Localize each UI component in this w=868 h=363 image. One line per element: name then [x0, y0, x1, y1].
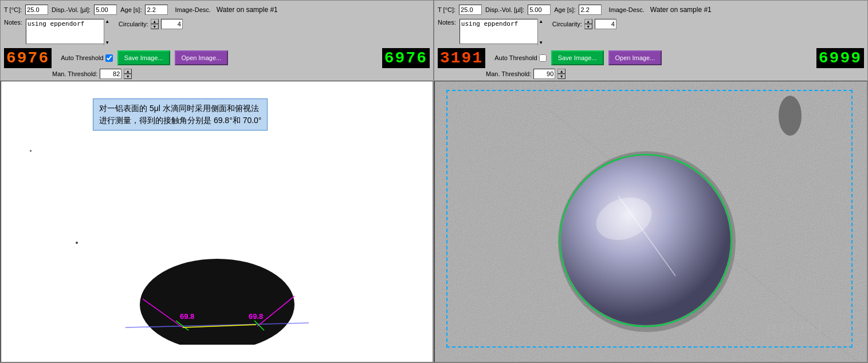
left-digital-display-left: 6976 [4, 48, 52, 68]
noise-dot-2 [76, 242, 78, 244]
left-man-threshold-input[interactable] [100, 69, 121, 79]
right-notes-textarea[interactable] [459, 19, 544, 44]
left-controls-notes: Notes: ▲ ▼ Circularity: ▲ ▼ [1, 18, 433, 48]
right-controls-notes: Notes: ▲ ▼ Circularity: ▲ ▼ [434, 18, 867, 48]
right-temp-input[interactable] [459, 5, 482, 15]
annotation-box: 对一铝表面的 5μl 水滴同时采用侧面和俯视法 进行测量，得到的接触角分别是 6… [93, 98, 268, 131]
right-auto-threshold-group: Auto Threshold [494, 54, 546, 62]
left-image-desc-label: Image-Desc. [175, 6, 210, 13]
right-notes-label: Notes: [438, 19, 456, 26]
left-temp-input[interactable] [25, 5, 48, 15]
right-auto-threshold-checkbox[interactable] [539, 54, 547, 62]
main-container: T [°C]: Disp.-Vol. [µl]: Age [s]: Image-… [0, 0, 868, 363]
right-image-desc-label: Image-Desc. [608, 6, 644, 13]
left-auto-threshold-label: Auto Threshold [61, 54, 103, 61]
right-circularity-spinner: ▲ ▼ [584, 19, 592, 29]
left-temp-label: T [°C]: [4, 6, 22, 13]
right-circularity-down-btn[interactable]: ▼ [584, 24, 592, 29]
left-threshold-spinner: ▲ ▼ [124, 69, 132, 79]
drop-silhouette: 69.8 69.8 [125, 230, 309, 345]
scroll-down-icon[interactable]: ▼ [105, 40, 109, 45]
left-drop-container: 对一铝表面的 5μl 水滴同时采用侧面和俯视法 进行测量，得到的接触角分别是 6… [1, 81, 433, 362]
right-notes-container: ▲ ▼ [459, 19, 544, 45]
right-scroll-down-icon[interactable]: ▼ [539, 40, 543, 45]
right-image-area: RBOSi Redefining New Boundaries [434, 81, 867, 362]
left-circularity-input[interactable] [161, 19, 183, 29]
annotation-line2: 进行测量，得到的接触角分别是 69.8°和 70.0° [99, 115, 261, 127]
right-digital-display-right: 6999 [816, 48, 864, 68]
svg-point-0 [140, 259, 294, 345]
left-scrollbar[interactable]: ▲ ▼ [104, 19, 111, 45]
threshold-down-btn-left[interactable]: ▼ [124, 74, 132, 79]
left-digital-display-right: 6976 [382, 48, 430, 68]
left-auto-threshold-checkbox[interactable] [105, 54, 113, 62]
left-circularity-spinner: ▲ ▼ [151, 19, 159, 29]
svg-text:69.8: 69.8 [249, 312, 263, 321]
right-disp-vol-label: Disp.-Vol. [µl]: [485, 6, 524, 13]
right-scrollbar[interactable]: ▲ ▼ [537, 19, 544, 45]
right-image-bg: RBOSi Redefining New Boundaries [435, 81, 867, 362]
right-age-label: Age [s]: [554, 6, 575, 13]
left-age-label: Age [s]: [120, 6, 142, 13]
right-save-button[interactable]: Save Image... [551, 50, 604, 65]
left-controls-threshold: 6976 Auto Threshold Save Image... Open I… [1, 48, 433, 68]
circularity-up-btn[interactable]: ▲ [151, 19, 159, 24]
right-circularity-input[interactable] [595, 19, 616, 29]
right-panel: T [°C]: Disp.-Vol. [µl]: Age [s]: Image-… [434, 0, 868, 363]
right-open-button[interactable]: Open Image... [608, 50, 662, 65]
right-circularity-group: Circularity: ▲ ▼ [552, 19, 616, 29]
threshold-up-btn-right[interactable]: ▲ [557, 69, 565, 74]
left-disp-vol-input[interactable] [94, 5, 117, 15]
right-temp-label: T [°C]: [438, 6, 455, 13]
left-notes-container: ▲ ▼ [26, 19, 111, 45]
right-threshold-spinner: ▲ ▼ [557, 69, 565, 79]
right-age-input[interactable] [579, 5, 602, 15]
right-controls-threshold: 3191 Auto Threshold Save Image... Open I… [434, 48, 867, 68]
right-circularity-up-btn[interactable]: ▲ [584, 19, 592, 24]
right-auto-threshold-label: Auto Threshold [494, 54, 537, 61]
right-digital-display-left: 3191 [438, 48, 485, 68]
right-sample-title: Water on sample #1 [650, 6, 712, 14]
left-age-input[interactable] [145, 5, 168, 15]
right-man-threshold-label: Man. Threshold: [486, 70, 531, 77]
threshold-down-btn-right[interactable]: ▼ [557, 74, 565, 79]
right-man-threshold-input[interactable] [533, 69, 555, 79]
scroll-up-icon[interactable]: ▲ [105, 19, 109, 24]
left-circularity-label: Circularity: [119, 21, 148, 27]
left-controls-top: T [°C]: Disp.-Vol. [µl]: Age [s]: Image-… [1, 1, 433, 18]
left-open-button[interactable]: Open Image... [175, 50, 229, 65]
right-selection-rect [446, 90, 853, 348]
left-notes-textarea[interactable] [26, 19, 111, 44]
noise-dot-1 [30, 150, 32, 152]
left-man-threshold-row: Man. Threshold: ▲ ▼ [1, 68, 433, 81]
left-panel: T [°C]: Disp.-Vol. [µl]: Age [s]: Image-… [0, 0, 434, 363]
left-image-area: 对一铝表面的 5μl 水滴同时采用侧面和俯视法 进行测量，得到的接触角分别是 6… [1, 81, 433, 362]
right-circularity-label: Circularity: [552, 21, 582, 27]
left-man-threshold-label: Man. Threshold: [52, 70, 97, 77]
left-auto-threshold-group: Auto Threshold [61, 54, 112, 62]
annotation-line1: 对一铝表面的 5μl 水滴同时采用侧面和俯视法 [99, 102, 261, 115]
left-notes-label: Notes: [4, 19, 22, 26]
left-sample-title: Water on sample #1 [217, 6, 278, 14]
left-save-button[interactable]: Save Image... [117, 50, 170, 65]
right-scroll-up-icon[interactable]: ▲ [539, 19, 543, 24]
right-man-threshold-row: Man. Threshold: ▲ ▼ [434, 68, 867, 81]
left-circularity-group: Circularity: ▲ ▼ [119, 19, 183, 29]
left-disp-vol-label: Disp.-Vol. [µl]: [52, 6, 91, 13]
svg-text:69.8: 69.8 [180, 312, 194, 321]
right-controls-top: T [°C]: Disp.-Vol. [µl]: Age [s]: Image-… [434, 1, 867, 18]
threshold-up-btn-left[interactable]: ▲ [124, 69, 132, 74]
right-disp-vol-input[interactable] [528, 5, 551, 15]
circularity-down-btn[interactable]: ▼ [151, 24, 159, 29]
